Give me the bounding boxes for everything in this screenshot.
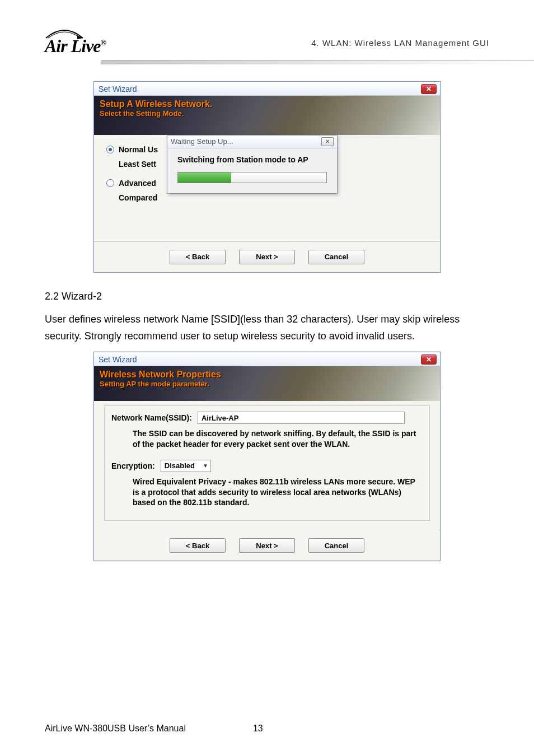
popup-message: Switching from Station mode to AP (177, 155, 327, 164)
back-button[interactable]: < Back (170, 538, 226, 553)
chevron-down-icon: ▼ (203, 463, 208, 469)
encryption-description: Wired Equivalent Privacy - makes 802.11b… (133, 477, 423, 508)
section-heading: 2.2 Wizard-2 (45, 288, 489, 305)
cancel-button[interactable]: Cancel (308, 250, 364, 264)
wizard-dialog-2: Set Wizard ✕ Wireless Network Properties… (93, 352, 441, 561)
popup-title: Waiting Setup Up... (171, 137, 233, 146)
waiting-popup: Waiting Setup Up... ✕ Switching from Sta… (167, 135, 338, 194)
radio-advanced[interactable] (106, 179, 114, 187)
encryption-label: Encryption: (111, 461, 155, 470)
close-icon[interactable]: ✕ (421, 84, 437, 94)
dialog2-titlebar: Set Wizard ✕ (94, 352, 440, 366)
radio-normal-label: Normal Us (119, 145, 158, 154)
ssid-input[interactable]: AirLive-AP (198, 412, 405, 424)
chapter-label: 4. WLAN: Wireless LAN Management GUI (311, 28, 489, 48)
popup-close-icon[interactable]: ✕ (321, 137, 334, 146)
dialog2-banner-subtitle: Setting AP the mode parameter. (100, 380, 434, 388)
cancel-button[interactable]: Cancel (308, 538, 364, 553)
dialog2-banner-title: Wireless Network Properties (100, 370, 434, 380)
section-paragraph: User defines wireless network Name [SSID… (45, 311, 489, 344)
logo-text: Air Live® (45, 38, 106, 54)
next-button[interactable]: Next > (239, 250, 295, 264)
ssid-label: Network Name(SSID): (111, 413, 192, 422)
next-button[interactable]: Next > (239, 538, 295, 553)
encryption-select[interactable]: Disabled ▼ (161, 460, 211, 472)
wizard-dialog-1: Set Wizard ✕ Setup A Wireless Network. S… (93, 81, 441, 273)
dialog1-titlebar: Set Wizard ✕ (94, 82, 440, 96)
header-divider (101, 60, 534, 64)
logo: Air Live® (45, 28, 106, 54)
dialog2-title: Set Wizard (99, 355, 137, 364)
dialog1-banner: Setup A Wireless Network. Select the Set… (94, 96, 440, 135)
back-button[interactable]: < Back (170, 250, 226, 264)
progress-bar (177, 172, 327, 183)
footer-page-number: 13 (253, 724, 263, 734)
close-icon[interactable]: ✕ (421, 354, 437, 365)
progress-fill (178, 172, 231, 183)
footer-doc-title: AirLive WN-380USB User’s Manual (45, 724, 186, 734)
dialog1-title: Set Wizard (99, 85, 137, 94)
ssid-description: The SSID can be discovered by network sn… (133, 428, 423, 450)
dialog1-banner-title: Setup A Wireless Network. (100, 99, 434, 109)
radio-advanced-desc: Compared (119, 193, 428, 202)
logo-arc-icon (45, 28, 84, 39)
radio-normal[interactable] (106, 146, 114, 153)
dialog2-banner: Wireless Network Properties Setting AP t… (94, 366, 440, 401)
dialog1-banner-subtitle: Select the Setting Mode. (100, 109, 434, 118)
radio-advanced-label: Advanced (119, 179, 156, 188)
